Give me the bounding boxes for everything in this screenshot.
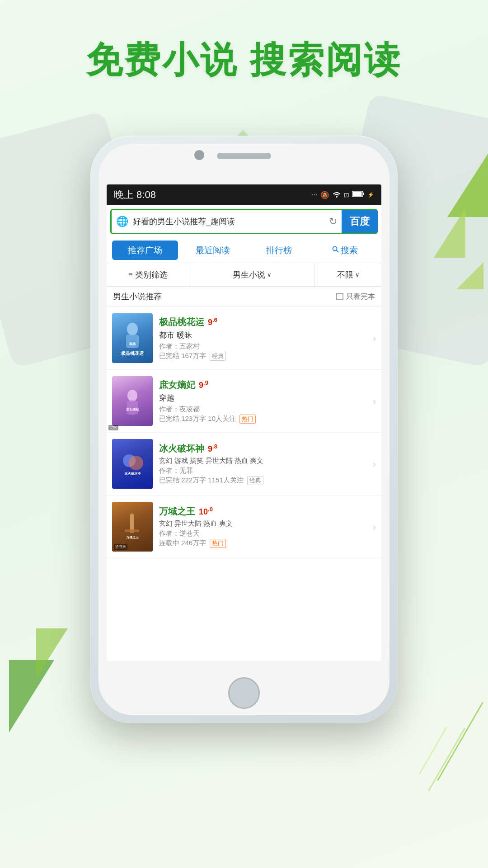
mute-icon: 🔕 <box>320 191 329 199</box>
search-input-text[interactable]: 好看的男生小说推荐_趣阅读 <box>133 216 324 227</box>
book-badge-4: 热门 <box>210 539 226 548</box>
book-title-2: 庶女嫡妃 <box>159 379 195 391</box>
tab-bar: 推荐广场 最近阅读 排行榜 搜索 <box>107 238 381 263</box>
status-bar: 晚上 8:08 ··· 🔕 ⊡ <box>107 184 381 205</box>
book-meta-3: 作者：无罪 <box>159 467 369 475</box>
complete-only-label: 只看完本 <box>346 292 375 302</box>
phone-home-button[interactable] <box>228 677 260 709</box>
battery-icon <box>352 191 365 199</box>
phone-speaker <box>217 153 271 159</box>
svg-text:万域之王: 万域之王 <box>126 535 139 539</box>
filter-category-btn[interactable]: ≡ 类别筛选 <box>107 263 190 286</box>
phone-camera <box>194 150 204 160</box>
chevron-right-2: › <box>373 396 376 406</box>
book-title-row-1: 极品桃花运 9.6 <box>159 316 369 328</box>
book-badge-1: 经典 <box>210 352 226 361</box>
book-item-3[interactable]: 冰火破坏神 冰火破坏神 9.8 玄幻 游戏 搞笑 异世大陆 <box>107 433 381 495</box>
book-stats-1: 已完结 167万字 经典 <box>159 352 369 361</box>
status-time: 晚上 8:08 <box>114 188 156 202</box>
filter-limit-chevron: ∨ <box>355 271 360 278</box>
book-meta-4: 作者：逆苍天 <box>159 529 369 538</box>
svg-rect-1 <box>363 193 364 195</box>
book-item-2[interactable]: 庶女嫡妃 17K 庶女嫡妃 9.9 <box>107 370 381 433</box>
book-title-row-3: 冰火破坏神 9.8 <box>159 443 369 455</box>
book-genre-4: 玄幻 异世大陆 热血 爽文 <box>159 519 369 528</box>
book-list: 极品 极品桃花运 极品桃花运 9.6 <box>107 307 381 661</box>
bg-triangle-mid-right <box>434 208 465 258</box>
svg-marker-14 <box>130 513 134 514</box>
signal-icon: ··· <box>312 191 318 199</box>
book-meta-2: 作者：夜凌都 <box>159 405 369 414</box>
book-info-3: 冰火破坏神 9.8 玄幻 游戏 搞笑 异世大陆 热血 爽文 作者：无罪 已完结 … <box>159 443 369 485</box>
filter-category-label: 类别筛选 <box>135 269 168 280</box>
book-genre-3: 玄幻 游戏 搞笑 异世大陆 热血 爽文 <box>159 457 369 465</box>
filter-bar: ≡ 类别筛选 男生小说 ∨ 不限 ∨ <box>107 263 381 287</box>
filter-type-label: 男生小说 <box>233 269 265 280</box>
page-title: 免费小说 搜索阅读 <box>0 36 488 85</box>
svg-text:冰火破坏神: 冰火破坏神 <box>124 472 140 475</box>
phone-screen: 晚上 8:08 ··· 🔕 ⊡ <box>107 184 381 661</box>
bg-triangle-bottom-left <box>9 660 54 732</box>
phone-outer: 晚上 8:08 ··· 🔕 ⊡ <box>90 136 398 723</box>
book-cover-4: 万域之王 逆苍天 <box>112 502 153 552</box>
svg-rect-15 <box>125 529 139 532</box>
filter-category-icon: ≡ <box>128 271 132 279</box>
section-filter-area[interactable]: 只看完本 <box>336 292 375 302</box>
book-title-row-2: 庶女嫡妃 9.9 <box>159 379 369 391</box>
wifi-icon <box>332 190 341 199</box>
tab-recent[interactable]: 最近阅读 <box>180 238 246 263</box>
globe-icon: 🌐 <box>112 216 133 227</box>
book-rating-3: 9.8 <box>208 443 217 454</box>
filter-limit-btn[interactable]: 不限 ∨ <box>315 263 381 286</box>
baidu-button[interactable]: 百度 <box>342 210 378 233</box>
book-rating-1: 9.6 <box>208 316 217 327</box>
book-title-4: 万域之王 <box>159 505 195 518</box>
svg-point-11 <box>129 456 143 470</box>
svg-text:庶女嫡妃: 庶女嫡妃 <box>126 407 139 411</box>
bg-line-3 <box>419 726 447 774</box>
bg-triangle-small-left <box>36 628 68 678</box>
status-icons: ··· 🔕 ⊡ <box>312 190 374 199</box>
book-genre-1: 都市 暖昧 <box>159 330 369 340</box>
chevron-right-3: › <box>373 459 376 469</box>
chevron-right-4: › <box>373 522 376 532</box>
bg-line-2 <box>428 728 465 791</box>
bg-triangle-top-right <box>447 154 488 217</box>
book-title-3: 冰火破坏神 <box>159 443 204 455</box>
book-stats-3: 已完结 222万字 1151人关注 经典 <box>159 476 369 485</box>
book-rating-4: 10.0 <box>199 506 213 517</box>
tab-recommend[interactable]: 推荐广场 <box>112 241 178 260</box>
search-tab-icon <box>332 245 339 255</box>
svg-rect-6 <box>126 335 139 348</box>
book-stats-2: 已完结 123万字 10人关注 热门 <box>159 415 369 424</box>
book-genre-2: 穿越 <box>159 393 369 403</box>
phone-mockup: 晚上 8:08 ··· 🔕 ⊡ <box>90 136 398 723</box>
refresh-icon[interactable]: ↻ <box>324 216 342 227</box>
book-cover-1: 极品 极品桃花运 <box>112 313 153 363</box>
svg-point-5 <box>127 323 138 335</box>
sim-icon: ⊡ <box>344 191 349 198</box>
book-rating-2: 9.9 <box>199 379 208 390</box>
cover-1-text: 极品桃花运 <box>121 351 144 356</box>
section-header: 男生小说推荐 只看完本 <box>107 287 381 307</box>
book-title-1: 极品桃花运 <box>159 316 204 328</box>
bg-tri-small-right <box>456 262 483 289</box>
book-item-1[interactable]: 极品 极品桃花运 极品桃花运 9.6 <box>107 307 381 370</box>
svg-rect-2 <box>353 192 362 196</box>
phone-inner: 晚上 8:08 ··· 🔕 ⊡ <box>99 144 389 715</box>
tab-ranking[interactable]: 排行榜 <box>246 238 312 263</box>
book-badge-3: 经典 <box>247 476 263 485</box>
filter-type-btn[interactable]: 男生小说 ∨ <box>190 263 315 286</box>
book-cover-3: 冰火破坏神 <box>112 439 153 489</box>
complete-only-checkbox[interactable] <box>336 293 343 300</box>
search-bar[interactable]: 🌐 好看的男生小说推荐_趣阅读 ↻ 百度 <box>110 209 378 234</box>
book-info-1: 极品桃花运 9.6 都市 暖昧 作者：五家村 已完结 167万字 经典 <box>159 316 369 361</box>
tab-search[interactable]: 搜索 <box>312 238 378 263</box>
svg-text:极品: 极品 <box>129 342 136 345</box>
tab-search-label: 搜索 <box>341 245 358 256</box>
tag-17k: 17K <box>112 425 118 426</box>
section-title: 男生小说推荐 <box>113 291 162 302</box>
filter-type-chevron: ∨ <box>267 271 272 278</box>
book-item-4[interactable]: 万域之王 逆苍天 万域之王 10.0 <box>107 495 381 558</box>
book-info-2: 庶女嫡妃 9.9 穿越 作者：夜凌都 已完结 123万字 10人关注 热门 <box>159 379 369 424</box>
